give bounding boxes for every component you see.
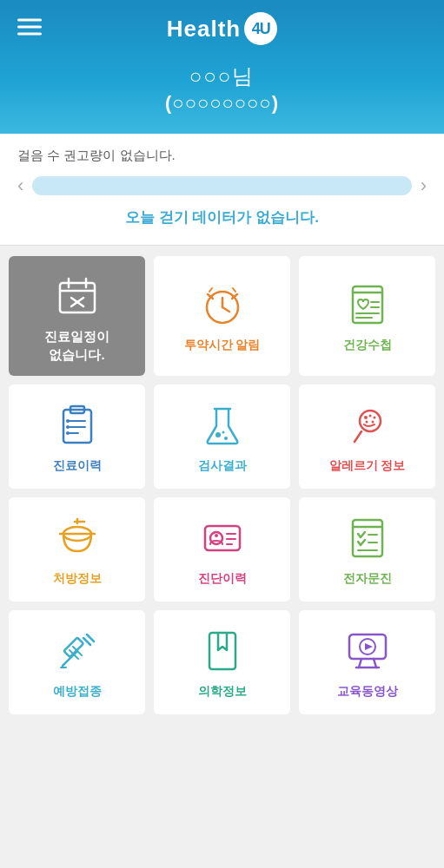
steps-next-button[interactable]: › [421,174,427,197]
svg-point-25 [66,419,70,423]
id-card-icon [199,515,246,562]
grid-item-e-questionnaire[interactable]: 전자문진 [299,497,435,602]
allergy-icon [344,402,391,449]
svg-line-66 [374,659,376,667]
svg-point-33 [364,416,368,419]
svg-line-12 [233,288,235,292]
grid-section: 진료일정이 없습니다. 투약시간 알림 [0,246,444,725]
grid-item-edu-video[interactable]: 교육동영상 [299,610,435,714]
steps-prev-button[interactable]: ‹ [17,174,23,197]
svg-line-8 [222,307,229,312]
grid-item-medication[interactable]: 투약시간 알림 [154,256,290,376]
grid-item-label-e-questionnaire: 전자문진 [343,570,392,588]
svg-rect-61 [209,633,235,669]
grid-item-label-medical-history: 진료이력 [53,457,102,475]
steps-label: 걸음 수 권고량이 없습니다. [17,148,427,164]
svg-point-32 [360,411,381,431]
menu-button[interactable] [17,19,42,36]
grid-item-label-appointment: 진료일정이 없습니다. [44,327,109,364]
grid-item-health-diary[interactable]: 건강수첩 [299,256,435,376]
flask-icon [199,402,246,449]
svg-point-31 [222,431,224,434]
steps-section: 걸음 수 권고량이 없습니다. ‹ › 오늘 걷기 데이터가 없습니다. [0,134,444,246]
grid-item-label-allergy: 알레르기 정보 [329,457,406,475]
steps-no-data: 오늘 걷기 데이터가 없습니다. [17,207,427,227]
logo: Health 4U [167,12,277,45]
grid-item-prescription[interactable]: 처방정보 [9,497,145,602]
svg-line-11 [209,288,212,292]
header-top: Health 4U [0,0,444,54]
grid-item-label-medical-info: 의학정보 [198,683,247,700]
logo-4u-circle: 4U [244,12,277,45]
grid-item-label-prescription: 처방정보 [53,570,102,588]
svg-point-27 [66,431,70,435]
header: Health 4U ○○○님 (○○○○○○○○) [0,0,444,134]
grid-item-medical-info[interactable]: 의학정보 [154,610,290,714]
grid-item-medical-history[interactable]: 진료이력 [9,385,145,489]
book-mark-icon [199,628,246,674]
svg-point-35 [373,417,375,419]
menu-grid: 진료일정이 없습니다. 투약시간 알림 [9,256,435,714]
svg-point-29 [215,432,221,437]
grid-item-diagnosis[interactable]: 진단이력 [154,497,290,602]
svg-line-54 [87,635,94,641]
mortar-icon [54,515,101,562]
user-id: (○○○○○○○○) [17,92,427,115]
svg-line-65 [359,659,361,667]
logo-4u: 4U [244,12,277,45]
syringe-icon [54,628,101,674]
svg-marker-64 [365,643,373,650]
svg-point-45 [215,534,218,537]
grid-item-test-results[interactable]: 검사결과 [154,385,290,489]
logo-health-text: Health [167,16,241,43]
checklist-icon [344,515,391,562]
grid-item-label-diagnosis: 진단이력 [198,570,247,588]
monitor-play-icon [344,628,391,674]
grid-item-label-health-diary: 건강수첩 [343,337,392,354]
svg-point-37 [371,421,374,424]
svg-point-34 [368,415,371,418]
user-section: ○○○님 (○○○○○○○○) [0,54,444,134]
grid-item-label-medication: 투약시간 알림 [184,337,261,354]
grid-item-allergy[interactable]: 알레르기 정보 [299,385,435,489]
grid-item-label-edu-video: 교육동영상 [337,683,398,700]
svg-line-55 [83,638,90,645]
svg-point-26 [66,425,70,429]
grid-item-label-test-results: 검사결과 [198,457,247,475]
calendar-x-icon [54,272,101,319]
svg-point-36 [365,421,368,424]
grid-item-vaccination[interactable]: 예방접종 [9,610,145,714]
steps-track [32,176,411,195]
grid-item-appointment[interactable]: 진료일정이 없습니다. [9,256,145,376]
svg-rect-0 [60,283,95,312]
steps-slider-row: ‹ › [17,174,427,197]
clipboard-icon [54,402,101,449]
svg-point-30 [224,437,228,440]
user-name: ○○○님 [17,62,427,90]
grid-item-label-vaccination: 예방접종 [53,683,102,700]
health-book-icon [344,281,391,328]
alarm-clock-icon [199,281,246,328]
